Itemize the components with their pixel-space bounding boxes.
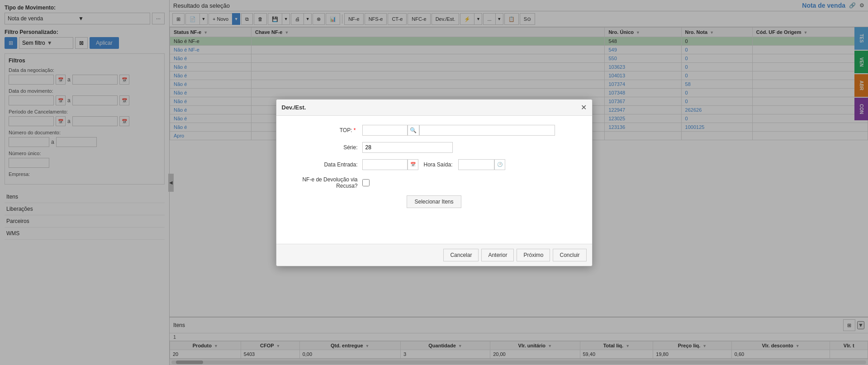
top-input-right[interactable] (419, 125, 555, 136)
top-search-button[interactable]: 🔍 (408, 125, 419, 136)
top-label: TOP: * (294, 127, 362, 133)
concluir-button[interactable]: Concluir (553, 249, 586, 261)
data-entrada-input[interactable] (362, 159, 408, 170)
top-required: * (354, 127, 356, 133)
hora-saida-input[interactable] (458, 159, 494, 170)
serie-label: Série: (294, 144, 362, 151)
serie-input[interactable] (362, 142, 453, 153)
top-input-left[interactable] (362, 125, 408, 136)
anterior-button[interactable]: Anterior (481, 249, 514, 261)
search-icon: 🔍 (410, 127, 417, 133)
data-entrada-cal-button[interactable]: 📅 (408, 159, 418, 170)
cancelar-button[interactable]: Cancelar (443, 249, 479, 261)
nfe-devolucao-row: NF-e de Devolução via Recusa? (294, 176, 574, 189)
selecionar-itens-row: Selecionar Itens (294, 195, 574, 208)
top-row: TOP: * 🔍 (294, 125, 574, 136)
modal-body: TOP: * 🔍 Série: Data Entrada: 📅 Hora Sa (276, 116, 592, 244)
modal-header: Dev./Est. ✕ (276, 100, 592, 116)
devest-modal: Dev./Est. ✕ TOP: * 🔍 Série: (276, 99, 593, 266)
modal-close-button[interactable]: ✕ (581, 103, 587, 112)
selecionar-itens-button[interactable]: Selecionar Itens (407, 195, 461, 208)
proximo-button[interactable]: Próximo (517, 249, 550, 261)
data-entrada-label: Data Entrada: (294, 161, 362, 168)
hora-saida-label: Hora Saída: (424, 161, 453, 168)
nfe-devolucao-checkbox[interactable] (362, 179, 370, 186)
modal-overlay: Dev./Est. ✕ TOP: * 🔍 Série: (0, 0, 868, 365)
modal-footer: Cancelar Anterior Próximo Concluir (276, 244, 592, 266)
hora-saida-clock-button[interactable]: 🕐 (494, 159, 505, 170)
serie-row: Série: (294, 142, 574, 153)
modal-title: Dev./Est. (282, 104, 306, 111)
nfe-devolucao-label: NF-e de Devolução via Recusa? (294, 176, 362, 189)
data-hora-row: Data Entrada: 📅 Hora Saída: 🕐 (294, 159, 574, 170)
